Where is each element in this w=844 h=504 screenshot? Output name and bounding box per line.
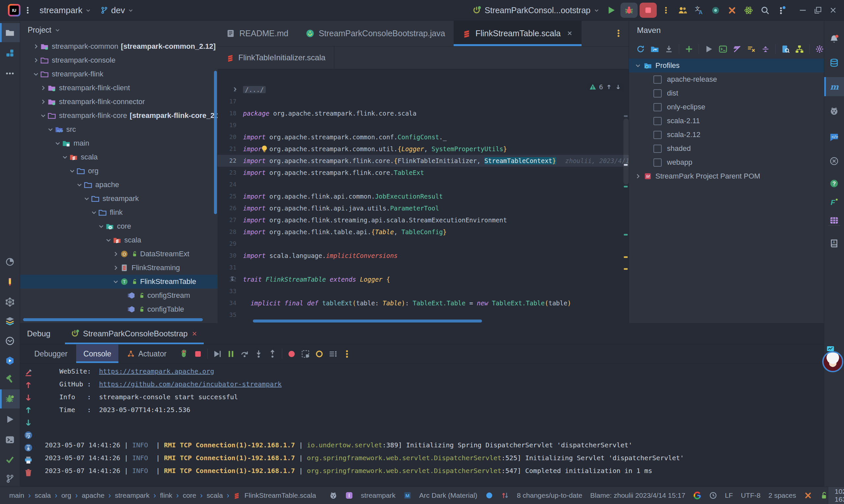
maven-profile-webapp[interactable]: webapp [629,156,824,169]
maven-profile-shaded[interactable]: shaded [629,142,824,156]
chevron-down-icon[interactable] [75,181,84,188]
tree-item-datastreamext[interactable]: ODataStreamExt [20,247,218,261]
plugin-badge-icon[interactable] [345,491,353,499]
users-icon[interactable] [675,3,690,17]
clear-console-button[interactable] [24,468,33,477]
chevron-down-icon[interactable] [53,140,62,147]
profile-checkbox[interactable] [653,103,662,111]
chevron-down-icon[interactable] [104,237,113,244]
main-menu-button[interactable] [20,3,35,17]
actuator-tab[interactable]: Actuator [120,345,174,363]
tree-item-configtable[interactable]: configTable [20,302,218,316]
breadcrumb-item-scala[interactable]: scala [35,491,51,499]
project-panel-header[interactable]: Project [20,20,218,35]
codereview-tool-button[interactable]: </> [824,128,844,147]
chevron-down-icon[interactable] [68,168,76,174]
branch-widget[interactable]: dev [96,3,138,17]
layout-settings-button[interactable] [329,349,338,358]
table-tool-button[interactable] [824,211,844,230]
chevron-down-icon[interactable] [82,195,91,202]
resume-button[interactable] [213,349,222,358]
console-link[interactable]: https://github.com/apache/incubator-stre… [99,380,281,388]
chevron-down-icon[interactable] [39,112,48,119]
profiler-tool-button[interactable] [0,252,20,271]
maven-profile-scala-2.12[interactable]: scala-2.12 [629,128,824,142]
tree-item-streampark-flink[interactable]: streampark-flink [20,67,218,81]
encoding-status[interactable]: UTF-8 [741,491,761,499]
code-line-19[interactable]: 19 [218,119,629,131]
tree-item-main[interactable]: main [20,137,218,150]
maven-root-pom-node[interactable]: MStreamPark Project Parent POM [629,169,824,183]
step-out-button[interactable] [268,349,277,358]
chevron-down-icon[interactable] [90,209,98,216]
code-line-21[interactable]: 21import org.apache.streampark.common.ut… [218,143,629,155]
maven-profile-scala-2.11[interactable]: scala-2.11 [629,114,824,128]
breadcrumb-item-flink[interactable]: flink [160,491,172,499]
tools-status-icon[interactable] [804,491,812,499]
maven-profile-only-eclipse[interactable]: only-eclipse [629,100,824,114]
tab-flinktableinitializer[interactable]: FlinkTableInitializer.scala [218,47,334,69]
tree-item-streampark-flink-connector[interactable]: streampark-flink-connector [20,95,218,109]
reload-maven-button[interactable] [636,44,645,54]
inspections-widget[interactable]: 6 [587,82,623,92]
chevron-down-icon[interactable] [46,126,55,133]
chevron-right-icon[interactable] [39,98,48,105]
breadcrumb-item-scala[interactable]: scala [207,491,223,499]
chevron-down-icon[interactable] [97,223,105,230]
git-tool-button[interactable] [0,469,20,488]
tree-item-streampark-flink-client[interactable]: streampark-flink-client [20,81,218,95]
chevron-right-icon[interactable] [111,251,120,257]
status-project-name[interactable]: streampark [361,491,396,499]
graphql-tool-button[interactable] [0,292,20,312]
problems-tool-button[interactable] [0,450,20,469]
editor-horizontal-scrollbar[interactable] [253,320,482,323]
maven-settings-button[interactable] [815,44,824,54]
profile-checkbox[interactable] [653,75,662,84]
step-into-button[interactable] [254,349,263,358]
code-line-32[interactable]: 32trait FlinkStreamTable extends Logger … [218,273,629,285]
readonly-lock-icon[interactable] [820,491,828,499]
code-editor[interactable]: 1/.../1718package org.apache.streampark.… [218,69,629,323]
chevron-down-icon[interactable] [634,62,642,69]
close-button[interactable] [826,3,841,18]
toggle-skip-tests-button[interactable] [733,44,741,54]
restore-layout-button[interactable] [301,349,310,358]
next-problem-arrow-icon[interactable] [615,84,621,90]
github-tool-button[interactable] [824,102,844,121]
services-tool-button[interactable] [0,312,20,331]
run-button[interactable] [604,3,619,17]
debug-session-tab[interactable]: StreamParkConsoleBootstrap [65,323,204,344]
notifications-button[interactable] [824,30,844,49]
collapse-all-button[interactable] [761,44,770,54]
chevron-down-icon[interactable] [32,71,40,77]
tree-item-scala[interactable]: scala [20,150,218,164]
dependency-tree-button[interactable] [795,44,804,54]
structure-tool-button[interactable] [0,43,20,62]
tree-item-streampark-flink-core[interactable]: streampark-flink-core[streampark-flink-c… [20,109,218,123]
profile-checkbox[interactable] [653,89,662,97]
code-line-26[interactable]: 26import org.apache.flink.api.java.utils… [218,202,629,214]
maximize-button[interactable] [810,3,826,18]
theme-name[interactable]: Arc Dark (Material) [419,491,477,499]
fold-arrow-icon[interactable] [232,86,238,92]
view-breakpoints-button[interactable] [287,349,296,358]
stop-button[interactable] [640,3,657,18]
rerun-debug-button[interactable] [180,349,189,358]
project-widget[interactable]: streampark [35,3,96,17]
tree-item-flinkstreaming[interactable]: FlinkStreaming [20,261,218,275]
tree-item-streampark-console[interactable]: streampark-console [20,53,218,67]
dictionary-tool-button[interactable]: A [824,234,844,253]
prev-occurrence-button[interactable] [24,406,33,414]
chevron-right-icon[interactable] [39,85,48,91]
tab-bootstrap[interactable]: StreamParkConsoleBootstrap.java [297,20,454,46]
breadcrumb-item-core[interactable]: core [183,491,196,499]
profile-checkbox[interactable] [653,159,662,167]
tab-flinkstreamtable[interactable]: FlinkStreamTable.scala [454,20,581,46]
close-icon[interactable] [566,30,573,37]
translate-icon[interactable]: 文A [692,3,706,17]
tree-item-flink[interactable]: flink [20,205,218,219]
profile-checkbox[interactable] [653,117,662,125]
code-line-23[interactable]: 23import org.apache.streampark.flink.cor… [218,167,629,179]
profile-checkbox[interactable] [653,145,662,153]
breadcrumb-item-streampark[interactable]: streampark [115,491,150,499]
